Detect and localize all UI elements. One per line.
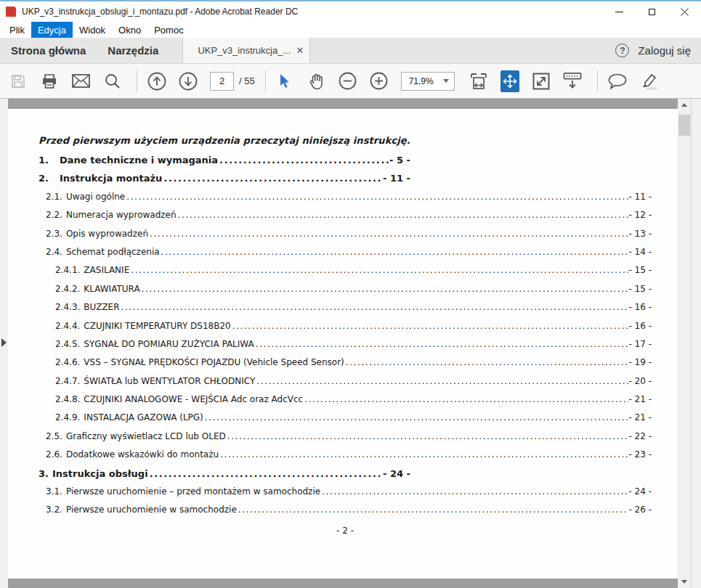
toc-entry-title: Opis wyprowadzeń <box>66 229 148 239</box>
toc-entry[interactable]: 2.4.7. ŚWIATŁA lub WENTYLATOR CHŁODNICY … <box>39 377 652 386</box>
tab-document[interactable]: UKP_v3_instrukcja_... ✕ <box>182 38 310 63</box>
toc-dot-leader: ........................................… <box>160 248 629 257</box>
menu-widok[interactable]: Widok <box>73 22 112 38</box>
vertical-scrollbar[interactable] <box>678 99 691 588</box>
toc-entry[interactable]: 2.6. Dodatkowe wskazówki do montażu ....… <box>39 450 652 460</box>
toc-dot-leader: ........................................… <box>129 266 628 275</box>
toc-entry-page: - 14 - <box>628 248 652 257</box>
search-button[interactable] <box>102 70 121 92</box>
acrobat-pdf-icon <box>6 6 17 17</box>
scroll-up-button[interactable] <box>678 99 691 111</box>
toc-dot-leader: ........................................… <box>218 155 389 165</box>
toc-entry[interactable]: 2.4.4. CZUJNIKI TEMPERATURY DS18B20 ....… <box>39 322 652 331</box>
menu-okno[interactable]: Okno <box>112 22 147 38</box>
toc-entry[interactable]: 2.3. Opis wyprowadzeń ..................… <box>39 229 652 239</box>
fit-width-button[interactable] <box>469 70 488 92</box>
hand-tool-button[interactable] <box>307 70 326 92</box>
toc-entry[interactable]: 3. Instrukcja obsługi ..................… <box>39 469 410 478</box>
toc-entry[interactable]: 2.1. Uwagi ogólne ......................… <box>39 192 652 202</box>
toc-entry[interactable]: 2.4.8. CZUJNIKI ANALOGOWE - WEJŚCIA Adc … <box>39 395 652 404</box>
toc-dot-leader: ........................................… <box>254 340 629 349</box>
toc-entry[interactable]: 3.1. Pierwsze uruchomienie – przed monta… <box>39 487 652 497</box>
toc-entry[interactable]: 2.4.5. SYGNAŁ DO POMIARU ZUŻYCIA PALIWA … <box>39 340 652 349</box>
scroll-down-button[interactable] <box>678 576 691 588</box>
next-page-button[interactable] <box>179 70 198 92</box>
menu-pomoc[interactable]: Pomoc <box>147 22 190 38</box>
fit-page-icon <box>501 72 519 91</box>
toc-entry-title: Graficzny wyświetlacz LCD lub OLED <box>66 432 226 441</box>
toc-entry-title: CZUJNIKI TEMPERATURY DS18B20 <box>84 322 230 331</box>
pdf-table-of-contents: Przed pierwszym użyciem urządzenia przec… <box>39 135 652 536</box>
save-button[interactable] <box>9 70 28 92</box>
pdf-heading: Przed pierwszym użyciem urządzenia przec… <box>39 135 652 146</box>
page-number-input[interactable] <box>210 72 234 91</box>
sign-in-button[interactable]: Zaloguj się <box>629 38 701 63</box>
scrollbar-thumb[interactable] <box>678 115 690 136</box>
toc-entry-title: Uwagi ogólne <box>66 192 125 202</box>
toc-entry[interactable]: 2.4.9. INSTALACJA GAZOWA (LPG) .........… <box>39 413 652 422</box>
toc-entry[interactable]: 2.4.1. ZASILANIE .......................… <box>39 266 652 275</box>
toc-entry-title: Dane techniczne i wymagania <box>60 155 218 165</box>
right-pane-toggle[interactable] <box>691 99 701 588</box>
toc-entry-number: 2.4.1. <box>55 266 80 275</box>
help-icon[interactable]: ? <box>615 44 629 57</box>
toc-entry[interactable]: 2.5. Graficzny wyświetlacz LCD lub OLED … <box>39 432 652 441</box>
toc-entry[interactable]: 2.4. Schemat podłączenia ...............… <box>39 248 652 257</box>
menu-plik[interactable]: Plik <box>3 22 31 38</box>
email-icon <box>72 74 90 88</box>
minimize-button[interactable] <box>603 1 636 22</box>
toc-entry-title: CZUJNIKI ANALOGOWE - WEJŚCIA Adc oraz Ad… <box>84 395 303 404</box>
toc-entry[interactable]: 2.4.2. KLAWIATURA ......................… <box>39 285 652 294</box>
previous-page-button[interactable] <box>147 70 166 92</box>
toc-entry[interactable]: 2.4.3. BUZZER ..........................… <box>39 303 652 312</box>
toc-entry[interactable]: 2. Instrukcja montażu ..................… <box>39 173 410 183</box>
toc-entry-page: - 11 - <box>628 192 652 202</box>
toc-entry[interactable]: 3.2. Pierwsze uruchomienie w samochodzie… <box>39 505 652 515</box>
toc-entry[interactable]: 2.2. Numeracja wyprowadzeń .............… <box>39 211 652 220</box>
toc-list: 1. Dane techniczne i wymagania .........… <box>39 155 652 515</box>
toc-entry-page: - 22 - <box>628 432 652 441</box>
toc-dot-leader: ........................................… <box>140 285 629 294</box>
fullscreen-button[interactable] <box>532 70 551 92</box>
read-mode-button[interactable] <box>563 70 582 92</box>
maximize-button[interactable] <box>636 1 668 22</box>
zoom-level-dropdown[interactable]: 71,9% <box>401 72 455 91</box>
toc-entry-page: - 20 - <box>628 377 652 386</box>
toolbar: / 55 71,9% <box>0 64 701 99</box>
tab-home[interactable]: Strona główna <box>0 38 97 63</box>
toc-entry-number: 2.4.6. <box>55 358 80 367</box>
menu-edycja[interactable]: Edycja <box>31 22 73 38</box>
close-tab-icon[interactable]: ✕ <box>296 45 304 56</box>
zoom-out-button[interactable] <box>339 70 357 92</box>
zoom-out-icon <box>339 72 357 90</box>
zoom-in-button[interactable] <box>370 70 389 92</box>
close-button[interactable] <box>668 1 701 22</box>
toc-dot-leader: ........................................… <box>162 173 383 183</box>
print-button[interactable] <box>40 70 59 92</box>
toc-entry-number: 2.4.9. <box>55 413 80 422</box>
fit-page-button[interactable] <box>501 70 519 92</box>
fullscreen-icon <box>532 73 550 90</box>
toc-entry-page: - 17 - <box>628 340 652 349</box>
comment-button[interactable] <box>608 70 627 92</box>
toc-entry-page: - 21 - <box>628 395 652 404</box>
toc-entry-number: 2.1. <box>46 192 62 202</box>
toc-entry[interactable]: 1. Dane techniczne i wymagania .........… <box>39 155 410 165</box>
toc-entry[interactable]: 2.4.6. VSS – SYGNAŁ PRĘDKOŚCI POJAZDU (V… <box>39 358 652 367</box>
print-icon <box>41 73 58 90</box>
highlight-button[interactable] <box>639 70 658 92</box>
toc-entry-page: - 16 - <box>628 322 652 331</box>
read-mode-icon <box>563 72 582 90</box>
toc-entry-page: - 24 - <box>383 469 410 478</box>
toc-entry-page: - 21 - <box>628 413 652 422</box>
select-tool-button[interactable] <box>276 70 295 92</box>
toc-entry-number: 2. <box>39 173 60 183</box>
menu-bar: Plik Edycja Widok Okno Pomoc <box>0 22 701 38</box>
toc-entry-page: - 13 - <box>628 229 652 239</box>
toc-entry-title: Schemat podłączenia <box>66 248 160 257</box>
toc-entry-number: 2.4.2. <box>55 285 80 294</box>
tab-tools[interactable]: Narzędzia <box>97 38 169 63</box>
toc-entry-title: KLAWIATURA <box>84 285 139 294</box>
left-pane-toggle[interactable] <box>0 99 8 588</box>
email-button[interactable] <box>71 70 90 92</box>
